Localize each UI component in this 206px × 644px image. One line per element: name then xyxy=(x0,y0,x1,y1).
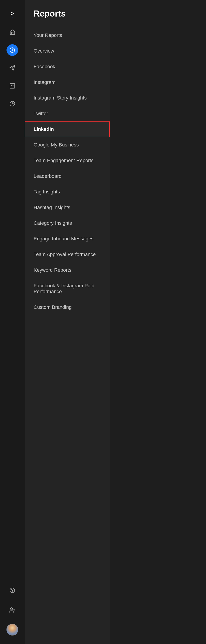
nav-item-instagram[interactable]: Instagram xyxy=(25,74,110,90)
sidebar-bottom xyxy=(0,582,25,644)
page-title: Reports xyxy=(25,9,110,28)
nav-item-twitter[interactable]: Twitter xyxy=(25,106,110,122)
reports-icon-circle xyxy=(7,44,18,56)
nav-item-team-approval-performance[interactable]: Team Approval Performance xyxy=(25,247,110,262)
inbox-svg xyxy=(9,83,16,89)
add-user-svg xyxy=(9,607,16,613)
nav-item-category-insights[interactable]: Category Insights xyxy=(25,215,110,231)
icon-sidebar: > • xyxy=(0,0,25,644)
content-area xyxy=(110,0,206,644)
logo-icon[interactable]: > • xyxy=(0,5,25,23)
nav-item-your-reports[interactable]: Your Reports xyxy=(25,28,110,43)
nav-item-custom-branding[interactable]: Custom Branding xyxy=(25,300,110,315)
nav-item-engage-inbound-messages[interactable]: Engage Inbound Messages xyxy=(25,231,110,247)
avatar-image xyxy=(7,624,18,636)
nav-item-overview[interactable]: Overview xyxy=(25,43,110,59)
publish-svg xyxy=(9,65,16,71)
analytics-svg xyxy=(9,100,16,107)
nav-item-leaderboard[interactable]: Leaderboard xyxy=(25,168,110,184)
nav-item-keyword-reports[interactable]: Keyword Reports xyxy=(25,262,110,278)
home-icon[interactable] xyxy=(0,23,25,41)
nav-item-google-my-business[interactable]: Google My Business xyxy=(25,137,110,153)
svg-point-6 xyxy=(11,608,13,610)
avatar-icon[interactable] xyxy=(0,621,25,639)
reports-icon[interactable] xyxy=(0,41,25,59)
nav-item-tag-insights[interactable]: Tag Insights xyxy=(25,184,110,200)
home-svg xyxy=(9,29,16,35)
nav-item-hashtag-insights[interactable]: Hashtag Insights xyxy=(25,200,110,215)
nav-item-linkedin[interactable]: LinkedIn xyxy=(25,122,110,137)
help-icon[interactable] xyxy=(0,582,25,599)
add-user-icon[interactable] xyxy=(0,601,25,619)
analytics-icon[interactable] xyxy=(0,95,25,113)
nav-panel: Reports Your Reports Overview Facebook I… xyxy=(25,0,110,644)
inbox-icon[interactable] xyxy=(0,77,25,95)
nav-item-team-engagement-reports[interactable]: Team Engagement Reports xyxy=(25,153,110,168)
nav-item-instagram-story-insights[interactable]: Instagram Story Insights xyxy=(25,90,110,106)
nav-item-facebook[interactable]: Facebook xyxy=(25,59,110,74)
svg-point-5 xyxy=(12,592,12,592)
reports-svg xyxy=(9,47,16,53)
help-svg xyxy=(9,587,16,594)
publish-icon[interactable] xyxy=(0,59,25,77)
user-avatar[interactable] xyxy=(7,624,18,636)
nav-item-facebook-instagram-paid[interactable]: Facebook & Instagram Paid Performance xyxy=(25,278,110,300)
